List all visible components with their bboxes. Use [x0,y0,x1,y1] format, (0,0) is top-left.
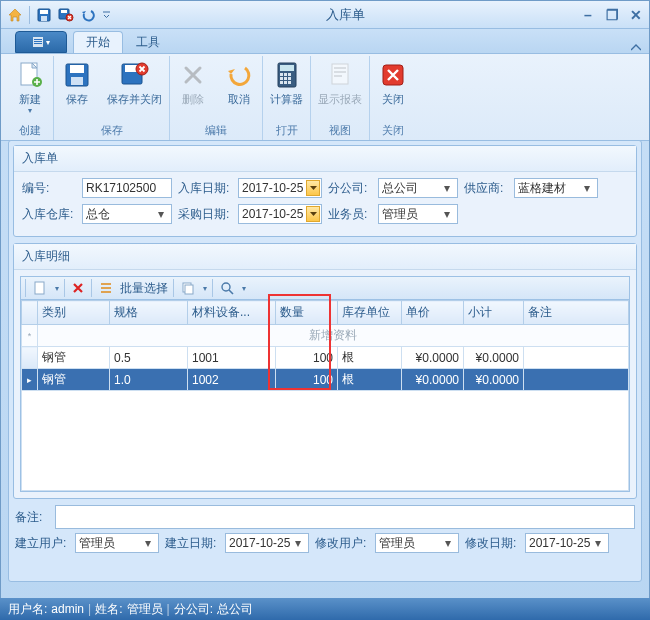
grid-empty-area [21,391,629,491]
undo-icon [223,59,255,91]
chevron-down-icon[interactable] [306,180,320,196]
svg-rect-36 [185,285,193,294]
qat-save-close-icon[interactable] [56,5,76,25]
grid-copy-icon[interactable] [177,278,199,298]
table-row[interactable]: ▸ 钢管 1.0 1002 100 根 ¥0.0000 ¥0.0000 [22,369,629,391]
svg-rect-34 [35,282,44,294]
col-qty[interactable]: 数量 [276,301,338,325]
delete-label: 删除 [182,93,204,106]
chevron-down-icon[interactable]: ▾ [291,536,305,550]
minimize-button[interactable]: – [579,6,597,24]
col-category[interactable]: 类别 [38,301,110,325]
field-create-date[interactable]: 2017-10-25▾ [225,533,309,553]
field-modify-user[interactable]: 管理员▾ [375,533,459,553]
col-spec[interactable]: 规格 [110,301,188,325]
new-row-hint: 新增资料 [38,325,629,347]
svg-rect-7 [34,39,42,40]
quick-access-toolbar [5,5,112,25]
chevron-down-icon[interactable]: ▾ [580,181,594,195]
svg-rect-20 [280,73,283,76]
delete-icon [177,59,209,91]
svg-rect-8 [34,41,42,42]
tab-start[interactable]: 开始 [73,31,123,53]
new-label: 新建 [19,93,41,106]
field-supplier[interactable]: 蓝格建材▾ [514,178,598,198]
chevron-down-icon[interactable]: ▾ [440,207,454,221]
group-create-title: 创建 [7,122,53,139]
col-remark[interactable]: 备注 [524,301,629,325]
restore-button[interactable]: ❐ [603,6,621,24]
show-report-button[interactable]: 显示报表 [311,56,369,109]
grid[interactable]: 类别 规格 材料设备... 数量 库存单位 单价 小计 备注 * 新增资料 [20,300,630,492]
new-button[interactable]: 新建 ▾ [7,56,53,118]
cancel-button[interactable]: 取消 [216,56,262,109]
chevron-down-icon[interactable] [306,206,320,222]
new-row[interactable]: * 新增资料 [22,325,629,347]
status-branch: 总公司 [217,601,253,618]
close-window-button[interactable]: ✕ [627,6,645,24]
chevron-down-icon[interactable]: ▾ [239,284,248,293]
field-doc-no[interactable]: RK17102500 [82,178,172,198]
svg-rect-2 [41,16,47,21]
ribbon-close-button[interactable]: 关闭 [370,56,416,109]
qat-customize-icon[interactable] [100,11,112,18]
new-icon [14,59,46,91]
chevron-down-icon[interactable]: ▾ [440,181,454,195]
tab-tools[interactable]: 工具 [123,31,173,53]
chevron-down-icon[interactable]: ▾ [141,536,155,550]
col-price[interactable]: 单价 [402,301,464,325]
field-purchase-date[interactable]: 2017-10-25 [238,204,322,224]
svg-rect-23 [280,77,283,80]
field-create-user[interactable]: 管理员▾ [75,533,159,553]
svg-rect-26 [280,81,283,84]
grid-delete-icon[interactable] [68,278,88,298]
field-branch[interactable]: 总公司▾ [378,178,458,198]
ribbon-pin-icon[interactable] [623,43,649,53]
chevron-down-icon[interactable]: ▾ [52,284,61,293]
label-create-date: 建立日期: [165,535,219,552]
header-panel-title: 入库单 [14,146,636,172]
window-controls: – ❐ ✕ [579,6,645,24]
field-in-date[interactable]: 2017-10-25 [238,178,322,198]
report-icon [324,59,356,91]
qat-undo-icon[interactable] [78,5,98,25]
save-close-button[interactable]: 保存并关闭 [100,56,169,109]
close-label: 关闭 [382,93,404,106]
group-open-title: 打开 [263,122,310,139]
table-row[interactable]: 钢管 0.5 1001 100 根 ¥0.0000 ¥0.0000 [22,347,629,369]
chevron-down-icon[interactable]: ▾ [441,536,455,550]
save-close-label: 保存并关闭 [107,93,162,106]
grid-toolbar: ▾ 批量选择 ▾ ▾ [20,276,630,300]
calculator-icon [271,59,303,91]
svg-rect-1 [40,10,48,14]
ribbon-group-open: 计算器 打开 [263,56,311,140]
remark-input[interactable] [55,505,635,529]
svg-rect-27 [284,81,287,84]
chevron-down-icon[interactable]: ▾ [200,284,209,293]
chevron-down-icon[interactable]: ▾ [154,207,168,221]
calculator-button[interactable]: 计算器 [263,56,310,109]
remark-row: 备注: [13,505,637,529]
qat-save-icon[interactable] [34,5,54,25]
delete-button[interactable]: 删除 [170,56,216,109]
row-selector-header[interactable] [22,301,38,325]
file-tab[interactable]: ▾ [15,31,67,53]
group-view-title: 视图 [311,122,369,139]
grid-list-icon[interactable] [95,278,117,298]
field-modify-date[interactable]: 2017-10-25▾ [525,533,609,553]
col-material[interactable]: 材料设备... [188,301,276,325]
field-clerk[interactable]: 管理员▾ [378,204,458,224]
report-label: 显示报表 [318,93,362,106]
qat-home-icon[interactable] [5,5,25,25]
title-bar: 入库单 – ❐ ✕ [1,1,649,29]
field-warehouse[interactable]: 总仓▾ [82,204,172,224]
window-title: 入库单 [112,6,579,24]
batch-select-button[interactable]: 批量选择 [118,280,170,297]
save-button[interactable]: 保存 [54,56,100,109]
grid-search-icon[interactable] [216,278,238,298]
label-warehouse: 入库仓库: [22,206,76,223]
col-subtotal[interactable]: 小计 [464,301,524,325]
grid-new-row-icon[interactable] [29,278,51,298]
col-unit[interactable]: 库存单位 [338,301,402,325]
chevron-down-icon[interactable]: ▾ [591,536,605,550]
